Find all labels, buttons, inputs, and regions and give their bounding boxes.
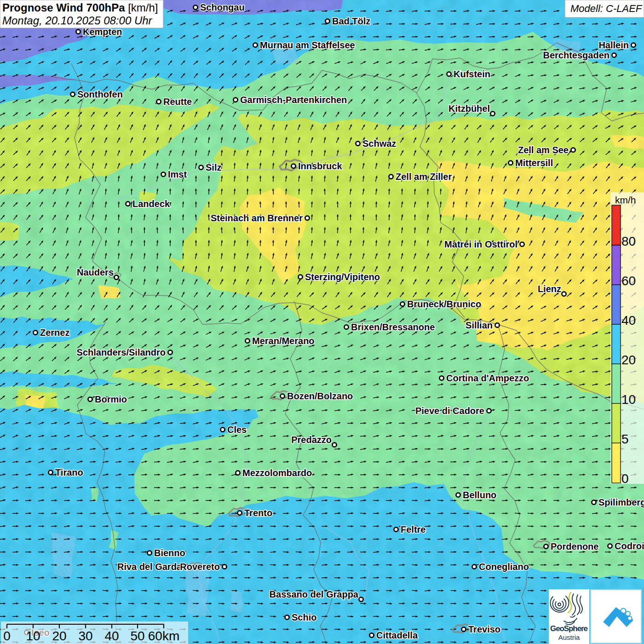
svg-text:Bormio: Bormio <box>95 394 127 404</box>
svg-text:Landeck: Landeck <box>132 199 170 209</box>
svg-text:60: 60 <box>621 274 636 288</box>
svg-text:Brixen/Bressanone: Brixen/Bressanone <box>351 322 435 332</box>
svg-text:Imst: Imst <box>168 169 187 179</box>
svg-text:Murnau am Staffelsee: Murnau am Staffelsee <box>260 40 355 50</box>
svg-text:GeoSphere: GeoSphere <box>550 624 588 633</box>
svg-text:Spilimbergo: Spilimbergo <box>598 497 644 507</box>
svg-text:40: 40 <box>104 629 119 643</box>
svg-text:Schwaz: Schwaz <box>362 138 396 149</box>
svg-text:Feltre: Feltre <box>401 524 426 535</box>
svg-text:Mittersill: Mittersill <box>515 158 553 168</box>
svg-text:Steinach am Brenner: Steinach am Brenner <box>211 213 303 223</box>
svg-text:10: 10 <box>621 392 636 407</box>
svg-text:Zell am See: Zell am See <box>518 145 569 155</box>
svg-text:Tirano: Tirano <box>55 467 83 477</box>
svg-text:Pordenone: Pordenone <box>551 541 598 552</box>
svg-text:20: 20 <box>621 353 636 367</box>
svg-text:0: 0 <box>621 472 629 486</box>
svg-text:Garmisch-Partenkirchen: Garmisch-Partenkirchen <box>240 95 347 105</box>
svg-text:Cittadella: Cittadella <box>376 630 418 640</box>
svg-text:Bienno: Bienno <box>154 548 185 558</box>
svg-text:Mezzolombardo: Mezzolombardo <box>242 468 312 478</box>
svg-text:Schongau: Schongau <box>200 2 245 12</box>
svg-text:Reutte: Reutte <box>163 97 192 107</box>
svg-text:30: 30 <box>78 629 92 643</box>
svg-text:40: 40 <box>621 313 636 328</box>
svg-text:50: 50 <box>130 629 144 643</box>
svg-text:Bruneck/Brunico: Bruneck/Brunico <box>407 299 481 309</box>
svg-text:Sillian: Sillian <box>466 320 493 330</box>
svg-text:Kufstein: Kufstein <box>454 69 490 79</box>
svg-text:km/h: km/h <box>615 195 636 205</box>
svg-text:Nauders: Nauders <box>77 267 114 277</box>
svg-text:Zell am Ziller: Zell am Ziller <box>396 172 452 182</box>
svg-text:Zernez: Zernez <box>40 328 69 338</box>
svg-text:Conegliano: Conegliano <box>479 562 529 572</box>
svg-text:Schio: Schio <box>292 612 316 622</box>
svg-text:Belluno: Belluno <box>463 490 496 500</box>
svg-text:Austria: Austria <box>558 633 580 641</box>
svg-text:Silz: Silz <box>206 162 221 172</box>
svg-text:Meran/Merano: Meran/Merano <box>252 336 315 346</box>
svg-text:0: 0 <box>3 629 11 643</box>
svg-text:Cles: Cles <box>227 425 247 435</box>
svg-text:Prognose Wind 700hPa [km/h]: Prognose Wind 700hPa [km/h] <box>2 1 158 14</box>
svg-text:80: 80 <box>621 234 636 248</box>
svg-text:20: 20 <box>52 629 66 643</box>
svg-text:Hallein: Hallein <box>598 40 629 50</box>
svg-text:Bad Tölz: Bad Tölz <box>332 16 370 26</box>
svg-text:60km: 60km <box>148 629 179 643</box>
svg-text:Lienz: Lienz <box>538 284 561 294</box>
svg-text:Schlanders/Silandro: Schlanders/Silandro <box>77 347 166 357</box>
svg-text:Sterzing/Vipiteno: Sterzing/Vipiteno <box>305 272 380 282</box>
svg-text:Matrei in Osttirol: Matrei in Osttirol <box>444 239 518 249</box>
svg-text:Sonthofen: Sonthofen <box>77 89 123 99</box>
svg-text:Rovereto: Rovereto <box>180 562 220 572</box>
svg-text:Montag, 20.10.2025 08:00 Uhr: Montag, 20.10.2025 08:00 Uhr <box>2 14 153 27</box>
svg-text:Riva del Garda: Riva del Garda <box>117 562 182 572</box>
svg-text:Berchtesgaden: Berchtesgaden <box>543 50 610 60</box>
svg-text:10: 10 <box>26 629 40 643</box>
svg-text:Bassano del Grappa: Bassano del Grappa <box>270 589 359 599</box>
svg-text:Codroipo: Codroipo <box>615 541 644 551</box>
svg-text:Bozen/Bolzano: Bozen/Bolzano <box>287 391 353 401</box>
svg-text:Modell: C-LAEF: Modell: C-LAEF <box>570 3 643 14</box>
svg-text:Predazzo: Predazzo <box>291 435 332 445</box>
svg-text:5: 5 <box>621 432 629 446</box>
svg-text:Treviso: Treviso <box>468 624 500 634</box>
svg-text:Kitzbühel: Kitzbühel <box>448 104 490 114</box>
svg-text:Cortina d'Ampezzo: Cortina d'Ampezzo <box>446 373 529 383</box>
svg-text:Pieve di Cadore: Pieve di Cadore <box>415 406 484 416</box>
svg-text:Trento: Trento <box>244 508 272 518</box>
svg-text:Innsbruck: Innsbruck <box>298 161 342 171</box>
